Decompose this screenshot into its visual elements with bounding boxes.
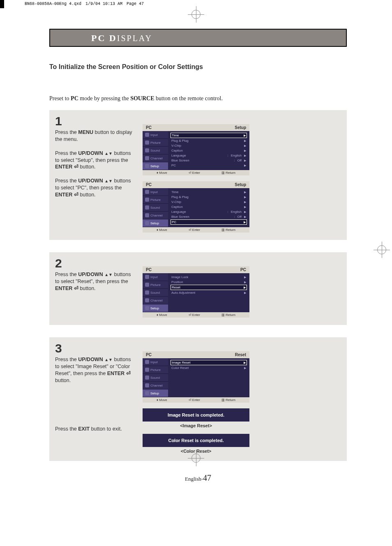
row-time-label-b: Time [171,190,178,194]
step-3-number: 3 [55,341,135,355]
row-plug: Plug & Plug▶ [171,138,247,143]
row-pc-label-b: PC [172,220,176,224]
s1p1a: Press the [55,129,78,135]
arrow-icon: ▶ [244,210,246,214]
sound-icon [145,148,149,152]
step-2-block: 2 Press the UP/DOWN ▲▼ buttons to select… [49,252,347,325]
toast-color-reset: Color Reset is completed. [143,434,249,447]
setup-icon [145,391,149,395]
osd-src: PC [146,125,152,130]
osd-content-3: Image Reset▶ Color Reset▶ [168,358,249,397]
step-1-screens: PCSetup Input Picture Sound Channel Setu… [143,114,341,233]
arrow-icon: ▶ [244,366,246,370]
arrow-icon: ▶ [244,276,246,279]
tab-channel-2: Channel [143,297,168,304]
setup-icon [145,221,149,225]
footer-move-3: Move [159,398,167,402]
step-2-number: 2 [55,256,135,270]
arrow-icon: ▶ [244,159,246,162]
print-slug: BN68-00858A-00Eng 4.qxd 1/9/04 10:13 AM … [25,2,144,6]
crop-mark-bottom [188,450,204,466]
step-1-number: 1 [55,114,135,128]
footer-enter-b: Enter [192,228,200,232]
s3e: button. [55,378,71,383]
arrow-icon: ▶ [244,154,246,157]
row-color-reset: Color Reset▶ [171,366,247,370]
row-vchip-b: V-Chip▶ [171,200,247,204]
s2a: Press the [55,272,78,277]
channel-icon [145,298,149,302]
osd-setup-time: PCSetup Input Picture Sound Channel Setu… [143,124,249,175]
row-reset-label: Reset [172,286,180,289]
setup-icon [145,164,149,168]
section-title: PC DISPLAY [91,34,152,43]
footer-move: Move [159,171,167,175]
arrow-icon: ▶ [244,286,246,289]
section-title-bar: PC DISPLAY [49,29,347,47]
enter-icon-3: ⏎ [74,286,78,291]
row-language-value-b: English [231,210,242,214]
footer-return: Return [226,171,235,175]
picture-icon [145,283,149,287]
toast-image-group: Image Reset is completed. <Image Reset> [143,408,249,428]
input-icon [145,360,149,364]
arrow-icon: ▶ [244,191,246,194]
s3a: Press the [55,357,78,362]
row-time-b: Time▶ [171,190,247,194]
row-blue: Blue Screen:Off▶ [171,158,247,163]
preset-source: SOURCE [130,95,154,101]
sound-icon [145,205,149,210]
tab-picture-label-2: Picture [150,283,161,287]
row-color-reset-label: Color Reset [171,366,189,370]
row-pc-b: PC▶ [171,219,247,225]
footer-return-b: Return [226,228,235,232]
enter-icon-f: ⏎ [189,228,191,232]
page-content: PC DISPLAY To Initialize the Screen Posi… [0,0,392,483]
s2e: button. [78,286,96,291]
sound-icon [145,376,149,380]
arrow-icon: ▶ [244,215,246,219]
step-3-text: 3 Press the UP/DOWN ▲▼ buttons to select… [55,341,135,454]
arrow-icon: ▶ [244,134,246,137]
gutter-mark [0,0,4,8]
osd-footer-3: ♦ Move ⏎ Enter ▥ Return [143,397,249,403]
enter-icon-f: ⏎ [189,313,191,317]
row-blue-b: Blue Screen:Off▶ [171,214,247,219]
page-number: English-47 [49,473,347,483]
page-num-prefix: English- [185,476,203,482]
tab-sound: Sound [143,147,168,154]
tab-input-3: Input [143,358,168,366]
enter-icon-f: ⏎ [189,398,191,402]
row-language-b: Language:English▶ [171,210,247,214]
section-title-prefix: PC D [91,33,117,43]
s1p2e: button. [78,164,96,170]
footer-enter: Enter [192,171,200,175]
s1p2b: UP/DOWN [78,150,103,156]
crop-mark-top [188,6,204,23]
tab-picture: Picture [143,139,168,147]
print-date: 1/9/04 10:13 AM [85,2,122,6]
footer-enter-3: Enter [192,398,200,402]
arrow-icon: ▶ [244,196,246,199]
preset-instruction: Preset to PC mode by pressing the SOURCE… [49,95,347,102]
footer-move-2: Move [159,313,167,317]
tab-input: Input [143,131,168,139]
enter-icon-f: ⏎ [189,171,191,175]
osd-title: Setup [235,125,246,130]
input-icon [145,275,149,279]
tab-input-label-3: Input [150,360,158,364]
tab-picture-b: Picture [143,196,168,204]
tab-channel: Channel [143,154,168,162]
row-image-reset-label: Image Reset [172,361,190,364]
preset-mid: mode by pressing the [78,95,130,101]
footer-enter-2: Enter [192,313,200,317]
tab-channel-b: Channel [143,212,168,219]
osd-tabs-3: Input Picture Sound Channel Setup [143,358,168,397]
osd-title-3: Reset [235,352,246,357]
row-blue-label: Blue Screen [171,159,189,162]
row-time: Time▶ [171,133,247,138]
row-blue-value: Off [237,159,242,162]
return-icon: ▥ [221,228,225,232]
s1p1b: MENU [78,129,93,135]
enter-icon-4: ⏎ [126,371,131,376]
